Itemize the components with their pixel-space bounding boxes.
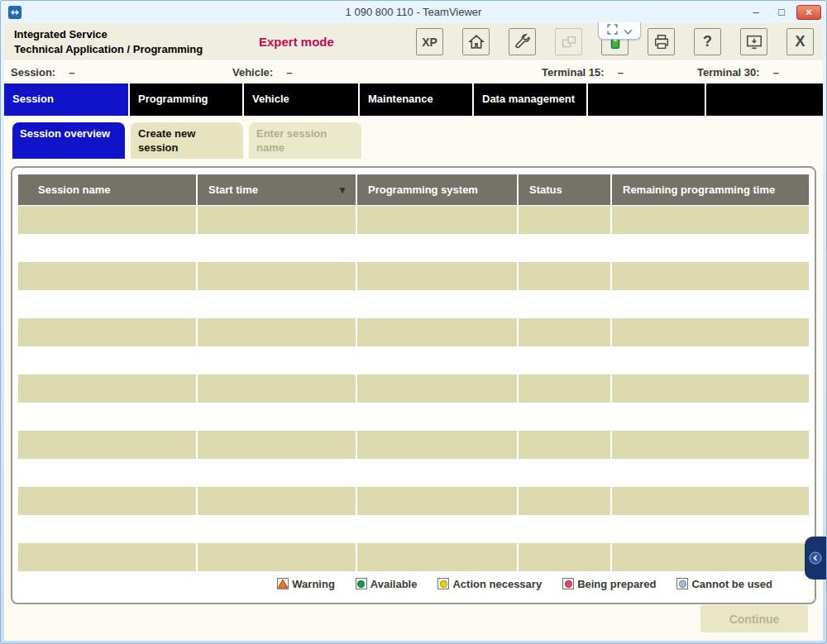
session-cell-empty <box>198 543 356 571</box>
status-label: Terminal 15: <box>542 66 605 79</box>
sub-tab-label: Enter session name <box>256 127 327 154</box>
nav-tab-data-management[interactable]: Data management <box>474 83 586 116</box>
session-cell-empty <box>612 262 809 290</box>
session-cell-empty <box>612 487 809 515</box>
minimize-button[interactable]: – <box>745 5 767 19</box>
help-icon: ? <box>703 33 712 50</box>
session-row-empty <box>18 403 809 431</box>
nav-tab-label: Maintenance <box>368 93 433 106</box>
legend-action-necessary-icon <box>437 578 449 589</box>
session-row-empty <box>18 487 809 515</box>
ista-application: Integrated Service Technical Application… <box>4 23 823 641</box>
nav-tab-vehicle[interactable]: Vehicle <box>244 83 358 116</box>
session-cell-empty <box>18 290 196 318</box>
teamviewer-logo-icon <box>8 6 22 19</box>
session-row-empty <box>18 346 809 374</box>
legend-item-cannot-be-used: Cannot be used <box>676 578 772 590</box>
session-cell-empty <box>18 543 196 571</box>
session-cell-empty <box>18 346 196 374</box>
printer-icon <box>653 33 671 51</box>
product-title-line1: Integrated Service <box>14 27 259 42</box>
help-button[interactable]: ? <box>694 28 721 55</box>
column-header-label: Status <box>529 184 562 196</box>
session-cell-empty <box>357 234 517 262</box>
session-cell-empty <box>612 543 809 571</box>
column-header-programming-system[interactable]: Programming system <box>357 174 517 205</box>
monitor-download-icon <box>745 33 763 51</box>
session-cell-empty <box>18 318 196 346</box>
session-cell-empty <box>198 374 356 403</box>
nav-tab-label: Session <box>12 93 54 106</box>
wrench-icon <box>514 33 532 51</box>
nav-tab-label: Programming <box>138 93 208 106</box>
display-button[interactable] <box>740 28 767 55</box>
session-cell-empty <box>357 346 517 374</box>
settings-button[interactable] <box>509 28 536 55</box>
session-cell-empty <box>18 206 196 234</box>
status-legend: WarningAvailableAction necessaryBeing pr… <box>18 576 809 591</box>
nav-tab-empty <box>706 83 823 116</box>
close-app-button[interactable]: X <box>786 28 814 55</box>
session-cell-empty <box>519 290 610 318</box>
legend-color-dot <box>357 580 365 588</box>
session-row-empty <box>18 262 809 290</box>
session-cell-empty <box>612 346 809 374</box>
nav-tab-maintenance[interactable]: Maintenance <box>360 83 472 116</box>
sub-tab-session-overview[interactable]: Session overview <box>12 122 125 159</box>
session-cell-empty <box>519 234 610 262</box>
sidebar-arrow-icon <box>809 551 822 565</box>
column-header-session-name[interactable]: Session name <box>18 174 196 205</box>
session-cell-empty <box>519 515 610 543</box>
home-button[interactable] <box>462 28 490 55</box>
session-cell-empty <box>18 487 196 515</box>
session-table-panel: Session nameStart time▼Programming syste… <box>11 166 816 604</box>
table-header: Session nameStart time▼Programming syste… <box>18 174 809 205</box>
legend-cannot-be-used-icon <box>676 578 688 589</box>
legend-item-warning: Warning <box>277 578 335 590</box>
fullscreen-icon <box>607 23 618 38</box>
status-item-session: Session:– <box>11 66 74 79</box>
session-cell-empty <box>357 459 517 487</box>
nav-tab-label: Data management <box>482 93 575 106</box>
session-cell-empty <box>357 262 517 290</box>
session-cell-empty <box>519 346 610 374</box>
main-nav-tabs: SessionProgrammingVehicleMaintenanceData… <box>4 83 823 116</box>
session-row-empty <box>18 206 809 234</box>
sub-tabs: Session overviewCreate new sessionEnter … <box>12 122 823 159</box>
status-item-terminal-15: Terminal 15:– <box>542 66 624 79</box>
session-cell-empty <box>357 290 517 318</box>
teamviewer-sidebar-handle[interactable] <box>805 537 826 580</box>
session-cell-empty <box>612 403 809 431</box>
session-row-empty <box>18 543 809 571</box>
column-header-start-time[interactable]: Start time▼ <box>198 174 356 205</box>
status-value: – <box>286 66 292 79</box>
column-header-remaining-programming-time[interactable]: Remaining programming time <box>612 174 809 205</box>
session-cell-empty <box>519 459 610 487</box>
maximize-button[interactable]: □ <box>771 5 792 19</box>
session-row-empty <box>18 290 809 318</box>
session-row-empty <box>18 374 809 403</box>
close-window-button[interactable]: × <box>796 5 821 20</box>
continue-button[interactable]: Continue <box>700 605 808 632</box>
status-label: Vehicle: <box>232 66 273 79</box>
legend-color-dot <box>440 580 447 588</box>
teamviewer-panel-toggle[interactable] <box>598 22 641 40</box>
print-button[interactable] <box>648 28 675 55</box>
nav-tab-programming[interactable]: Programming <box>130 83 242 116</box>
legend-label: Warning <box>292 578 335 590</box>
sub-tab-create-new-session[interactable]: Create new session <box>131 122 243 159</box>
column-header-label: Session name <box>38 184 110 196</box>
session-cell-empty <box>612 459 809 487</box>
session-cell-empty <box>18 403 196 431</box>
legend-available-icon <box>356 578 367 589</box>
session-cell-empty <box>198 403 356 431</box>
status-bar: Session:–Vehicle:–Terminal 15:–Terminal … <box>4 62 823 83</box>
xp-mode-button[interactable]: XP <box>416 28 443 55</box>
nav-tab-session[interactable]: Session <box>4 83 128 116</box>
window-controls: – □ × <box>745 5 821 20</box>
session-cell-empty <box>612 234 809 262</box>
nav-tab-label: Vehicle <box>252 93 289 106</box>
column-header-status[interactable]: Status <box>519 174 610 205</box>
session-cell-empty <box>357 543 517 571</box>
status-value: – <box>773 66 779 79</box>
